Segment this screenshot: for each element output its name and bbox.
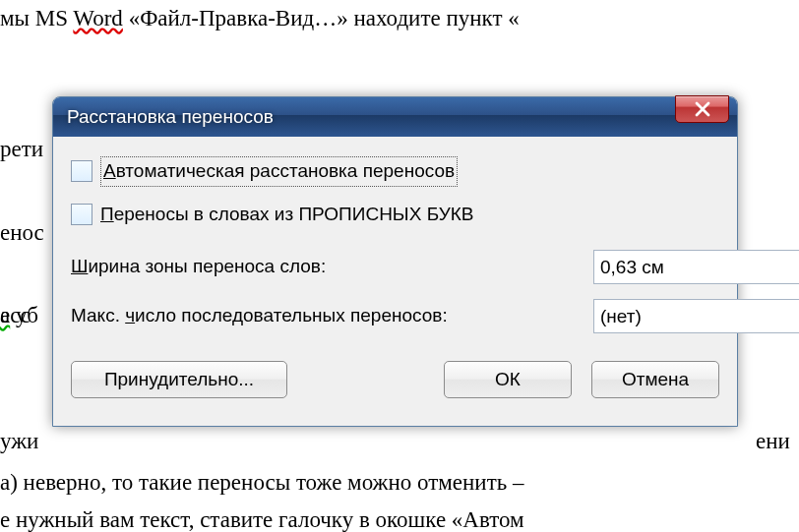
caps-hyphenation-checkbox[interactable]: [71, 204, 92, 225]
zone-width-row: Ширина зоны переноса слов:: [71, 250, 719, 284]
ok-button[interactable]: ОК: [444, 361, 572, 398]
close-icon: [694, 101, 711, 117]
zone-width-label: Ширина зоны переноса слов:: [71, 253, 593, 281]
close-button[interactable]: [675, 95, 729, 123]
doc-text: асс: [0, 299, 31, 333]
caps-hyphenation-label[interactable]: Переносы в словах из ПРОПИСНЫХ БУКВ: [100, 201, 473, 229]
manual-button[interactable]: Принудительно...: [71, 361, 287, 398]
doc-text: ужи: [0, 425, 38, 459]
caps-hyphenation-row: Переносы в словах из ПРОПИСНЫХ БУКВ: [71, 201, 719, 229]
cancel-button[interactable]: Отмена: [591, 361, 719, 398]
dialog-title: Расстановка переносов: [67, 103, 274, 132]
max-consecutive-label: Макс. число последовательных переносов:: [71, 302, 593, 330]
doc-text: ени: [756, 425, 790, 459]
button-row: Принудительно... ОК Отмена: [71, 361, 719, 398]
zone-width-input[interactable]: [593, 250, 799, 284]
doc-text: енос: [0, 216, 44, 251]
max-consecutive-input[interactable]: [593, 299, 799, 333]
auto-hyphenation-row: Автоматическая расстановка переносов: [71, 156, 719, 187]
max-consecutive-row: Макс. число последовательных переносов:: [71, 299, 719, 333]
zone-width-spinbox: [593, 250, 719, 284]
doc-text: а) неверно, то такие переносы тоже можно…: [0, 466, 523, 501]
dialog-body: Автоматическая расстановка переносов Пер…: [53, 137, 737, 412]
auto-hyphenation-label[interactable]: Автоматическая расстановка переносов: [100, 156, 458, 187]
doc-text: рети: [0, 133, 43, 167]
doc-text: е нужный вам текст, ставите галочку в ок…: [0, 503, 524, 532]
auto-hyphenation-checkbox[interactable]: [71, 160, 92, 182]
hyphenation-dialog: Расстановка переносов Автоматическая рас…: [52, 96, 738, 427]
doc-text: мы MS Word «Файл-Правка-Вид…» находите п…: [0, 2, 520, 36]
titlebar[interactable]: Расстановка переносов: [53, 97, 737, 137]
max-consecutive-spinbox: [593, 299, 719, 333]
